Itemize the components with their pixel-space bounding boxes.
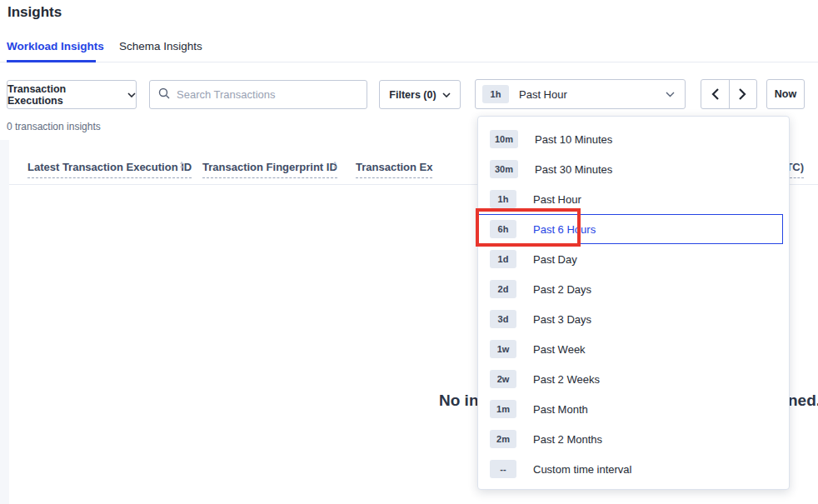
time-option-badge: 1w (490, 340, 516, 358)
page-title: Insights (7, 4, 62, 21)
search-input[interactable] (177, 88, 358, 101)
time-option-label: Custom time interval (533, 463, 631, 476)
search-box (149, 80, 367, 109)
time-option-label: Past Month (533, 403, 588, 416)
time-range-nav (701, 79, 757, 109)
sort-icon[interactable]: ▲▼ (177, 160, 186, 170)
sort-icon[interactable]: ▲▼ (331, 160, 339, 170)
filters-button[interactable]: Filters (0) (379, 80, 461, 109)
time-option-label: Past 3 Days (533, 313, 591, 326)
previous-interval-button[interactable] (701, 80, 730, 108)
time-option-3d[interactable]: 3d Past 3 Days (478, 304, 789, 334)
time-option-30m[interactable]: 30m Past 30 Minutes (478, 154, 789, 184)
time-option-label: Past 10 Minutes (535, 133, 612, 146)
time-option-1m[interactable]: 1m Past Month (478, 394, 789, 424)
tab-workload-insights[interactable]: Workload Insights (7, 40, 104, 52)
now-button-label: Now (775, 88, 796, 100)
time-option-badge: 2d (490, 280, 516, 298)
time-option-1h[interactable]: 1h Past Hour (478, 184, 789, 214)
chevron-right-icon (739, 88, 746, 100)
time-option-label: Past 2 Weeks (533, 373, 600, 386)
time-option-1d[interactable]: 1d Past Day (478, 244, 789, 274)
time-option-label: Past Hour (533, 193, 581, 206)
chevron-down-icon (127, 92, 136, 97)
time-option-badge: 2m (490, 430, 516, 448)
time-option-badge: 3d (490, 310, 516, 328)
time-interval-picker[interactable]: 1h Past Hour (475, 79, 686, 109)
time-option-custom[interactable]: -- Custom time interval (478, 454, 789, 484)
time-option-label: Past 30 Minutes (535, 163, 612, 176)
time-option-label: Past 6 Hours (533, 223, 596, 236)
chevron-down-icon (666, 92, 675, 97)
tabs-bar: Workload Insights Schema Insights (0, 37, 818, 62)
transaction-type-select[interactable]: Transaction Executions (7, 80, 137, 109)
time-option-label: Past Week (533, 343, 586, 356)
time-interval-label: Past Hour (519, 88, 567, 101)
filters-button-label: Filters (0) (389, 89, 436, 101)
time-option-10m[interactable]: 10m Past 10 Minutes (478, 124, 789, 154)
time-option-2m[interactable]: 2m Past 2 Months (478, 424, 789, 454)
page-gutter (0, 140, 9, 504)
time-option-label: Past 2 Months (533, 433, 602, 446)
chevron-down-icon (442, 92, 451, 97)
time-option-badge: 1m (490, 400, 516, 418)
time-interval-dropdown: 10m Past 10 Minutes 30m Past 30 Minutes … (477, 116, 790, 490)
empty-state-message-left: No in (439, 392, 479, 410)
time-option-2w[interactable]: 2w Past 2 Weeks (478, 364, 789, 394)
time-option-badge: 30m (490, 160, 518, 178)
insights-count: 0 transaction insights (7, 121, 101, 132)
time-option-badge: 1h (490, 190, 516, 208)
insights-page: Insights Workload Insights Schema Insigh… (0, 0, 818, 504)
column-header-latest-transaction-execution-id[interactable]: Latest Transaction Execution ID (27, 161, 192, 178)
empty-state-message-right: ned. (788, 392, 818, 410)
time-option-label: Past Day (533, 253, 577, 266)
active-tab-underline (7, 60, 96, 62)
transaction-type-select-label: Transaction Executions (7, 83, 122, 107)
time-option-badge: 6h (490, 220, 516, 238)
chevron-left-icon (711, 88, 719, 100)
time-option-badge: -- (490, 460, 516, 478)
time-option-badge: 10m (490, 130, 518, 148)
search-icon (158, 87, 170, 102)
time-option-badge: 1d (490, 250, 516, 268)
time-option-2d[interactable]: 2d Past 2 Days (478, 274, 789, 304)
next-interval-button[interactable] (730, 80, 757, 108)
column-header-transaction-ex[interactable]: Transaction Ex (356, 161, 432, 178)
column-header-transaction-fingerprint-id[interactable]: Transaction Fingerprint ID (202, 161, 337, 178)
now-button[interactable]: Now (766, 79, 805, 109)
tab-schema-insights[interactable]: Schema Insights (119, 40, 202, 52)
time-option-label: Past 2 Days (533, 283, 591, 296)
time-option-6h[interactable]: 6h Past 6 Hours (478, 214, 783, 244)
time-option-1w[interactable]: 1w Past Week (478, 334, 789, 364)
time-interval-badge: 1h (482, 85, 509, 103)
time-option-badge: 2w (490, 370, 516, 388)
